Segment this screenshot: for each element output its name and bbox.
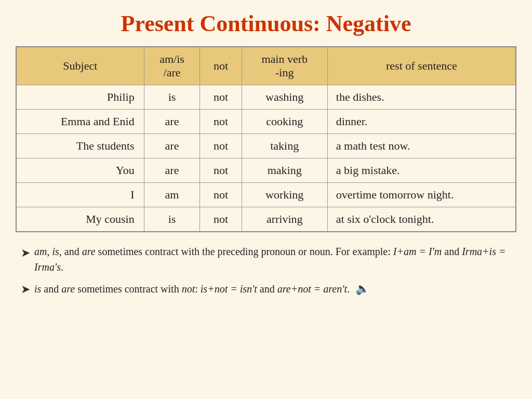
table-row: Philipisnotwashingthe dishes.: [16, 85, 516, 110]
table-row: My cousinisnotarrivingat six o'clock ton…: [16, 207, 516, 232]
cell-4-0: I: [16, 183, 144, 207]
cell-4-1: am: [144, 183, 200, 207]
cell-1-3: cooking: [242, 110, 327, 134]
speaker-icon[interactable]: 🔈: [355, 280, 369, 297]
grammar-table: Subject am/is/are not main verb-ing rest…: [16, 46, 516, 232]
cell-1-4: dinner.: [327, 110, 516, 134]
cell-2-3: taking: [242, 134, 327, 158]
cell-0-0: Philip: [16, 85, 144, 110]
cell-3-1: are: [144, 158, 200, 183]
cell-4-2: not: [200, 183, 242, 207]
table-row: Emma and Enidarenotcookingdinner.: [16, 110, 516, 134]
cell-0-4: the dishes.: [327, 85, 516, 110]
cell-2-1: are: [144, 134, 200, 158]
cell-5-2: not: [200, 207, 242, 232]
header-am-is-are: am/is/are: [144, 47, 200, 85]
cell-2-2: not: [200, 134, 242, 158]
cell-5-0: My cousin: [16, 207, 144, 232]
note-2-text: is and are sometimes contract with not: …: [34, 280, 369, 297]
cell-0-2: not: [200, 85, 242, 110]
cell-3-2: not: [200, 158, 242, 183]
cell-5-3: arriving: [242, 207, 327, 232]
cell-1-1: are: [144, 110, 200, 134]
cell-1-0: Emma and Enid: [16, 110, 144, 134]
header-subject: Subject: [16, 47, 144, 85]
cell-3-3: making: [242, 158, 327, 183]
header-not: not: [200, 47, 242, 85]
cell-0-3: washing: [242, 85, 327, 110]
cell-5-4: at six o'clock tonight.: [327, 207, 516, 232]
table-row: Youarenotmakinga big mistake.: [16, 158, 516, 183]
header-main-verb: main verb-ing: [242, 47, 327, 85]
cell-4-3: working: [242, 183, 327, 207]
table-row: Iamnotworkingovertime tomorrow night.: [16, 183, 516, 207]
table-header-row: Subject am/is/are not main verb-ing rest…: [16, 47, 516, 85]
arrow-icon-2: ➤: [21, 281, 30, 298]
cell-3-0: You: [16, 158, 144, 183]
header-rest-of-sentence: rest of sentence: [327, 47, 516, 85]
table-row: The studentsarenottakinga math test now.: [16, 134, 516, 158]
cell-5-1: is: [144, 207, 200, 232]
page-title: Present Continuous: Negative: [16, 10, 516, 37]
arrow-icon-1: ➤: [21, 244, 30, 261]
notes-section: ➤ am, is, and are sometimes contract wit…: [16, 244, 516, 298]
cell-0-1: is: [144, 85, 200, 110]
cell-2-4: a math test now.: [327, 134, 516, 158]
note-1: ➤ am, is, and are sometimes contract wit…: [21, 244, 516, 275]
cell-4-4: overtime tomorrow night.: [327, 183, 516, 207]
cell-2-0: The students: [16, 134, 144, 158]
note-1-text: am, is, and are sometimes contract with …: [34, 244, 516, 275]
note-2: ➤ is and are sometimes contract with not…: [21, 280, 516, 298]
cell-1-2: not: [200, 110, 242, 134]
cell-3-4: a big mistake.: [327, 158, 516, 183]
